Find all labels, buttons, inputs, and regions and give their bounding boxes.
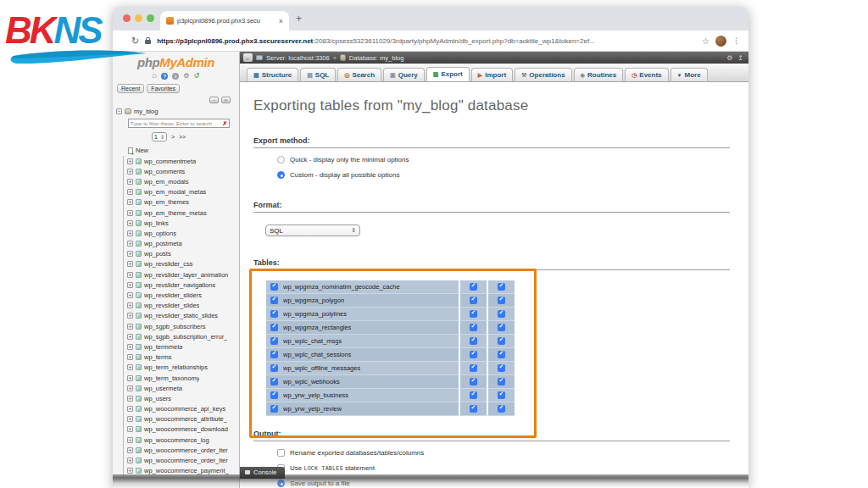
expand-icon[interactable] xyxy=(127,230,133,236)
tree-root-database[interactable]: − my_blog xyxy=(116,108,239,115)
sidebar-table-item[interactable]: wp_comments xyxy=(124,166,239,176)
help-icon[interactable]: ? xyxy=(161,73,168,80)
page-next-link[interactable]: > xyxy=(171,134,175,140)
sidebar-table-item[interactable]: wp_links xyxy=(124,218,239,228)
sidebar-table-item[interactable]: wp_postmeta xyxy=(124,239,239,249)
sidebar-table-item[interactable]: wp_revslider_navigations xyxy=(124,280,239,290)
page-last-link[interactable]: >> xyxy=(179,134,186,140)
data-checkbox[interactable] xyxy=(498,337,505,345)
settings-gear-icon[interactable]: ⚙ xyxy=(183,72,189,80)
page-select[interactable]: 1⇕ xyxy=(152,132,167,141)
table-select-checkbox[interactable] xyxy=(270,351,278,358)
structure-checkbox[interactable] xyxy=(470,378,477,385)
sidebar-table-item[interactable]: wp_usermeta xyxy=(124,383,239,393)
expand-icon[interactable] xyxy=(127,199,133,205)
expand-icon[interactable] xyxy=(127,189,133,195)
breadcrumb-database[interactable]: Database: my_blog xyxy=(349,54,404,62)
new-table-item[interactable]: New xyxy=(128,147,239,154)
tab-recent[interactable]: Recent xyxy=(117,84,144,93)
structure-checkbox[interactable] xyxy=(470,364,477,372)
rename-checkbox[interactable] xyxy=(277,449,285,457)
tab-routines[interactable]: ◈Routines xyxy=(574,68,624,81)
table-select-checkbox[interactable] xyxy=(270,297,278,304)
rename-option[interactable]: Rename exported databases/tables/columns xyxy=(277,449,748,457)
expand-icon[interactable] xyxy=(127,437,133,443)
expand-icon[interactable] xyxy=(127,324,133,330)
data-checkbox[interactable] xyxy=(498,283,505,291)
new-tab-button[interactable]: + xyxy=(296,13,302,25)
export-quick-option[interactable]: Quick - display only the minimal options xyxy=(277,156,748,164)
table-select-checkbox[interactable] xyxy=(270,364,278,372)
clear-filter-icon[interactable]: ✗ xyxy=(223,120,227,127)
tab-structure[interactable]: ▦Structure xyxy=(247,68,298,81)
tab-favorites[interactable]: Favorites xyxy=(147,84,180,93)
sidebar-table-item[interactable]: wp_woocommerce_attribute_ xyxy=(124,414,239,424)
tab-operations[interactable]: ⚒Operations xyxy=(515,68,572,81)
sidebar-table-item[interactable]: wp_em_themes xyxy=(124,197,239,208)
expand-icon[interactable] xyxy=(127,364,133,370)
sidebar-table-item[interactable]: wp_revslider_layer_animation xyxy=(124,269,239,280)
structure-checkbox[interactable] xyxy=(470,351,477,358)
sidebar-table-item[interactable]: wp_termmeta xyxy=(124,341,239,352)
sidebar-table-item[interactable]: wp_revslider_sliders xyxy=(124,290,239,300)
sidebar-table-item[interactable]: wp_woocommerce_api_keys xyxy=(124,404,239,414)
browser-tab[interactable]: p3plcpnl0896.prod.phx3.secu × xyxy=(160,11,289,30)
sidebar-table-item[interactable]: wp_terms xyxy=(124,352,239,363)
sidebar-table-item[interactable]: wp_revslider_static_slides xyxy=(124,311,239,321)
expand-icon[interactable] xyxy=(127,292,133,298)
table-select-checkbox[interactable] xyxy=(270,391,278,399)
expand-icon[interactable] xyxy=(127,272,133,278)
quick-radio[interactable] xyxy=(277,156,285,164)
custom-radio[interactable] xyxy=(277,171,285,179)
structure-checkbox[interactable] xyxy=(470,310,477,318)
table-select-checkbox[interactable] xyxy=(270,324,278,331)
data-checkbox[interactable] xyxy=(498,310,505,318)
sidebar-table-item[interactable]: wp_sgpb_subscription_error_ xyxy=(124,331,239,341)
sidebar-table-item[interactable]: wp_em_modals xyxy=(124,176,239,186)
sidebar-table-item[interactable]: wp_term_relationships xyxy=(124,363,239,373)
breadcrumb-server[interactable]: Server: localhost:3306 xyxy=(266,54,330,62)
expand-icon[interactable] xyxy=(127,406,133,412)
expand-icon[interactable] xyxy=(127,426,133,432)
sidebar-table-item[interactable]: wp_revslider_css xyxy=(124,259,239,269)
bookmark-star-icon[interactable]: ☆ xyxy=(702,36,709,46)
expand-icon[interactable] xyxy=(127,416,133,422)
collapse-top-icon[interactable]: ↥ xyxy=(737,54,743,62)
expand-icon[interactable] xyxy=(127,261,133,267)
sidebar-table-item[interactable]: wp_woocommerce_order_iter xyxy=(124,445,239,455)
database-name[interactable]: my_blog xyxy=(134,108,158,115)
expand-icon[interactable] xyxy=(127,447,133,453)
structure-checkbox[interactable] xyxy=(470,391,477,399)
collapse-icon[interactable]: − xyxy=(116,108,122,114)
expand-icon[interactable] xyxy=(127,344,133,350)
console-toggle[interactable]: Console xyxy=(240,467,285,479)
tab-events[interactable]: ◷Events xyxy=(625,68,668,81)
address-bar[interactable]: https://p3plcpnl0896.prod.phx3.secureser… xyxy=(157,37,696,45)
structure-checkbox[interactable] xyxy=(470,324,477,331)
table-filter-input[interactable]: Type to filter these, Enter to search ✗ xyxy=(128,119,230,128)
data-checkbox[interactable] xyxy=(498,297,505,304)
data-checkbox[interactable] xyxy=(498,378,505,385)
sidebar-table-item[interactable]: wp_woocommerce_download xyxy=(124,424,239,435)
expand-icon[interactable] xyxy=(127,468,133,474)
lock-tables-option[interactable]: Use LOCK TABLES statement xyxy=(277,464,748,472)
table-select-checkbox[interactable] xyxy=(270,378,278,385)
sidebar-table-item[interactable]: wp_options xyxy=(124,228,239,238)
expand-icon[interactable] xyxy=(127,313,133,319)
tab-import[interactable]: ▶Import xyxy=(471,68,513,81)
sidebar-table-item[interactable]: wp_em_theme_metas xyxy=(124,208,239,218)
expand-icon[interactable] xyxy=(127,169,133,175)
data-checkbox[interactable] xyxy=(498,405,505,413)
structure-checkbox[interactable] xyxy=(470,405,477,413)
format-select[interactable]: SQL ⇕ xyxy=(265,225,360,236)
docs-icon[interactable]: i xyxy=(172,73,179,80)
sidebar-table-item[interactable]: wp_revslider_slides xyxy=(124,301,239,311)
expand-icon[interactable] xyxy=(127,375,133,381)
expand-icon[interactable] xyxy=(127,210,133,216)
sidebar-table-item[interactable]: wp_users xyxy=(124,393,239,403)
sidebar-table-item[interactable]: wp_posts xyxy=(124,249,239,259)
expand-icon[interactable] xyxy=(127,158,133,164)
sidebar-collapse-button[interactable]: ← xyxy=(243,53,253,62)
data-checkbox[interactable] xyxy=(498,364,505,372)
tab-more[interactable]: ▼More xyxy=(670,68,708,81)
